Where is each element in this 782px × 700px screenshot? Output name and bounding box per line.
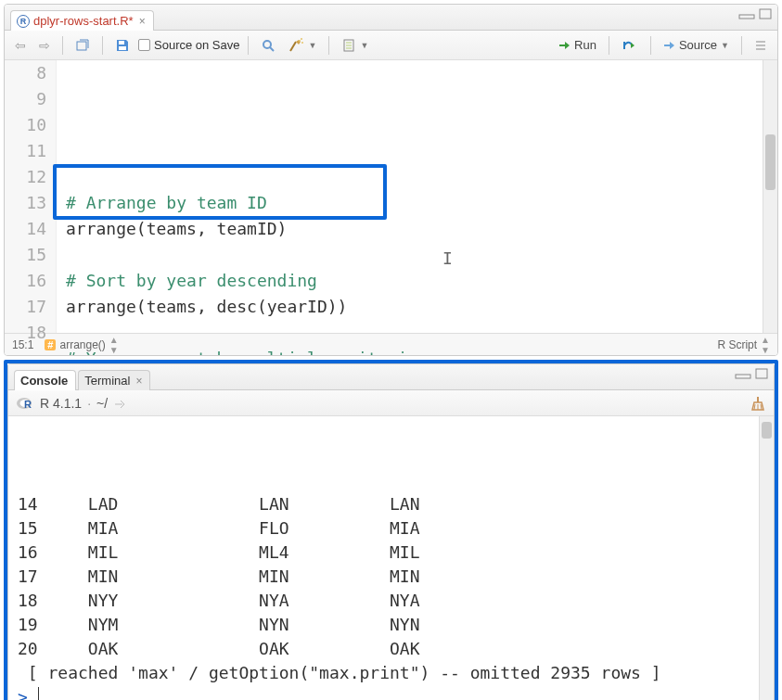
svg-point-5: [263, 41, 271, 48]
show-in-new-window-button[interactable]: [71, 35, 95, 56]
source-on-save-label: Source on Save: [154, 38, 240, 52]
source-on-save-checkbox[interactable]: [138, 39, 150, 51]
run-button[interactable]: Run: [554, 35, 601, 55]
svg-rect-17: [736, 375, 750, 378]
minimize-icon[interactable]: [735, 368, 751, 379]
source-pane-window-controls: [738, 8, 772, 19]
svg-point-8: [301, 42, 303, 44]
minimize-icon[interactable]: [738, 8, 755, 19]
source-button[interactable]: Source ▼: [659, 35, 734, 55]
console-row: 18 NYY NYA NYA: [18, 589, 764, 613]
console-tab-label: Console: [20, 374, 68, 388]
outline-button[interactable]: [750, 36, 772, 55]
svg-text:R: R: [24, 399, 32, 410]
working-directory[interactable]: ~/: [96, 396, 108, 411]
console-pane: Console Terminal × R R 4.1.1 · ~/: [7, 363, 775, 700]
run-label: Run: [574, 38, 596, 52]
console-prompt[interactable]: >: [18, 685, 764, 700]
console-toolbar: R R 4.1.1 · ~/: [8, 390, 774, 416]
source-toolbar: ⇦ ⇨ Source on Save ▼ ▼ Run: [5, 31, 777, 60]
svg-rect-4: [119, 46, 126, 50]
code-line[interactable]: arrange(teams, desc(yearID)): [66, 294, 777, 320]
svg-line-24: [761, 404, 762, 410]
clear-console-icon[interactable]: [750, 395, 766, 412]
chevron-down-icon: ▼: [360, 41, 368, 50]
console-row: 15 MIA FLO MIA: [18, 516, 764, 541]
maximize-icon[interactable]: [755, 368, 768, 379]
code-line[interactable]: # Arrange by team ID: [66, 190, 777, 216]
svg-point-9: [301, 38, 302, 40]
source-label: Source: [679, 38, 717, 52]
svg-rect-3: [119, 41, 124, 45]
code-line[interactable]: [66, 320, 777, 346]
wd-popout-icon[interactable]: [113, 398, 126, 409]
editor-gutter: 89101112131415161718: [5, 60, 57, 333]
editor-code-area[interactable]: I # Arrange by team IDarrange(teams, tea…: [57, 60, 777, 333]
find-button[interactable]: [256, 35, 280, 56]
console-output[interactable]: 14 LAD LAN LAN15 MIA FLO MIA16 MIL ML4 M…: [8, 416, 774, 700]
chevron-down-icon: ▼: [721, 41, 729, 50]
console-row: 20 OAK OAK OAK: [18, 637, 764, 661]
source-tab[interactable]: R dplyr-rows-start.R* ×: [10, 10, 154, 31]
code-line[interactable]: [66, 164, 777, 190]
close-tab-icon[interactable]: ×: [135, 375, 142, 388]
console-tab[interactable]: Console: [14, 370, 76, 390]
svg-line-6: [270, 47, 274, 51]
r-version: R 4.1.1: [40, 396, 82, 411]
console-tabbar: Console Terminal ×: [8, 364, 774, 390]
terminal-tab[interactable]: Terminal ×: [78, 370, 150, 390]
nav-forward-button[interactable]: ⇨: [34, 35, 55, 56]
console-truncation-msg: [ reached 'max' / getOption("max.print")…: [18, 661, 764, 685]
chevron-down-icon: ▼: [309, 41, 317, 50]
console-row: 16 MIL ML4 MIL: [18, 541, 764, 565]
function-chip-icon: #: [45, 339, 56, 350]
svg-rect-1: [760, 9, 771, 19]
console-row: 17 MIN MIN MIN: [18, 565, 764, 589]
r-logo-icon: R: [16, 396, 34, 411]
console-row: 19 NYM NYN NYN: [18, 613, 764, 637]
code-tools-button[interactable]: ▼: [284, 35, 322, 56]
svg-line-22: [754, 404, 755, 410]
code-line[interactable]: arrange(teams, teamID): [66, 216, 777, 242]
console-row: 14 LAD LAN LAN: [18, 492, 764, 516]
r-file-icon: R: [17, 15, 30, 28]
svg-point-7: [299, 40, 301, 42]
editor-scrollbar[interactable]: [763, 60, 777, 333]
svg-rect-18: [756, 369, 767, 378]
close-tab-icon[interactable]: ×: [139, 15, 146, 28]
console-highlight-annotation: Console Terminal × R R 4.1.1 · ~/: [4, 360, 778, 700]
code-line[interactable]: # You can sort by multiple criteria: [66, 346, 777, 356]
text-cursor-icon: I: [442, 246, 453, 272]
svg-rect-2: [77, 42, 86, 50]
console-scrollbar[interactable]: [759, 416, 774, 700]
maximize-icon[interactable]: [759, 8, 772, 19]
save-button[interactable]: [110, 35, 135, 56]
console-pane-window-controls: [735, 368, 768, 379]
code-line[interactable]: # Sort by year descending: [66, 268, 777, 294]
compile-report-button[interactable]: ▼: [337, 35, 373, 56]
terminal-tab-label: Terminal: [84, 374, 130, 388]
nav-back-button[interactable]: ⇦: [10, 35, 31, 56]
svg-rect-0: [739, 15, 754, 19]
code-line[interactable]: [66, 242, 777, 268]
rerun-button[interactable]: [617, 37, 643, 54]
source-tabbar: R dplyr-rows-start.R* ×: [5, 5, 777, 31]
source-pane: R dplyr-rows-start.R* × ⇦ ⇨ Source on Sa…: [4, 4, 778, 356]
source-filename: dplyr-rows-start.R*: [33, 14, 134, 28]
code-editor[interactable]: 89101112131415161718 I # Arrange by team…: [5, 60, 777, 333]
